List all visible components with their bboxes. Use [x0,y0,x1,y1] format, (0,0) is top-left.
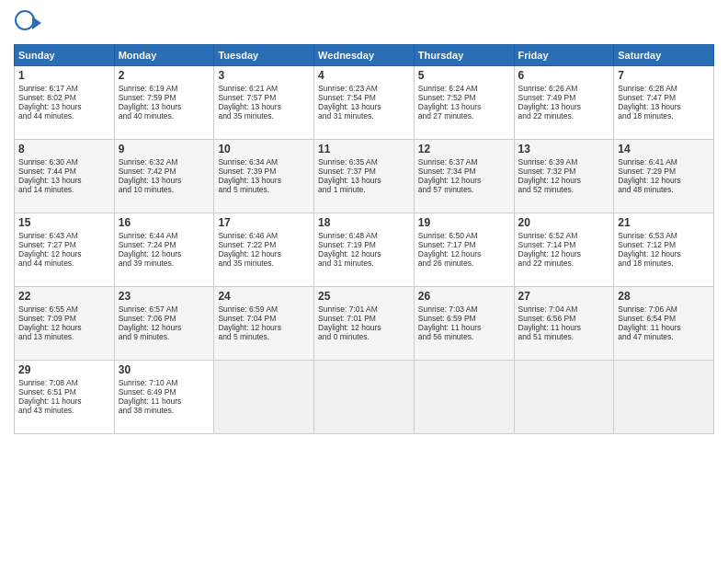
calendar-week-3: 15Sunrise: 6:43 AMSunset: 7:27 PMDayligh… [15,213,714,287]
day-info: Sunset: 7:52 PM [418,93,510,102]
day-info: Sunrise: 6:21 AM [218,84,310,93]
day-info: Daylight: 11 hours [618,323,710,332]
day-info: Daylight: 12 hours [18,249,110,259]
calendar-cell: 4Sunrise: 6:23 AMSunset: 7:54 PMDaylight… [314,66,415,140]
day-info: and 31 minutes. [318,111,410,121]
day-number: 23 [119,290,210,303]
day-info: Daylight: 11 hours [119,396,210,406]
calendar-cell: 15Sunrise: 6:43 AMSunset: 7:27 PMDayligh… [15,213,115,287]
day-info: Sunrise: 6:41 AM [618,157,710,167]
day-info: Sunset: 7:42 PM [119,167,210,176]
day-info: and 35 minutes. [218,259,310,268]
page: SundayMondayTuesdayWednesdayThursdayFrid… [0,0,728,563]
day-number: 13 [518,143,610,155]
calendar-cell: 29Sunrise: 7:08 AMSunset: 6:51 PMDayligh… [15,361,115,434]
day-info: Sunset: 7:39 PM [218,167,310,176]
day-info: Sunrise: 6:19 AM [119,84,210,93]
day-info: Daylight: 12 hours [218,249,310,259]
day-info: Sunrise: 6:17 AM [18,84,110,93]
day-info: Sunset: 7:17 PM [418,240,510,249]
calendar-cell: 12Sunrise: 6:37 AMSunset: 7:34 PMDayligh… [414,140,514,213]
day-info: Sunrise: 7:06 AM [618,304,710,314]
day-info: Sunrise: 6:30 AM [18,157,110,167]
day-info: Sunrise: 6:57 AM [119,304,210,314]
logo [14,9,44,37]
day-info: and 44 minutes. [18,259,110,268]
calendar-cell: 22Sunrise: 6:55 AMSunset: 7:09 PMDayligh… [15,287,115,361]
day-info: Daylight: 13 hours [218,176,310,185]
calendar-week-4: 22Sunrise: 6:55 AMSunset: 7:09 PMDayligh… [15,287,714,361]
calendar: SundayMondayTuesdayWednesdayThursdayFrid… [14,44,714,434]
calendar-cell [514,361,614,434]
day-info: Sunset: 7:32 PM [518,167,610,176]
day-info: Daylight: 12 hours [119,323,210,332]
day-info: Sunset: 7:44 PM [18,167,110,176]
day-info: Daylight: 12 hours [318,323,410,332]
day-info: Daylight: 13 hours [18,102,110,111]
day-header-saturday: Saturday [614,45,714,66]
day-header-thursday: Thursday [414,45,514,66]
day-info: Daylight: 12 hours [418,249,510,259]
calendar-cell: 20Sunrise: 6:52 AMSunset: 7:14 PMDayligh… [514,213,614,287]
day-info: Sunrise: 6:46 AM [218,231,310,240]
calendar-cell [414,361,514,434]
day-info: and 26 minutes. [418,259,510,268]
day-info: and 14 minutes. [18,185,110,194]
day-info: Sunset: 7:14 PM [518,240,610,249]
day-info: Daylight: 12 hours [218,323,310,332]
day-number: 22 [18,290,110,303]
day-number: 10 [218,143,310,155]
day-info: Sunset: 7:01 PM [318,314,410,323]
day-info: and 27 minutes. [418,111,510,121]
day-info: and 5 minutes. [218,185,310,194]
day-info: Sunrise: 6:44 AM [119,231,210,240]
day-info: and 43 minutes. [18,406,110,415]
calendar-cell: 2Sunrise: 6:19 AMSunset: 7:59 PMDaylight… [114,66,214,140]
calendar-cell: 24Sunrise: 6:59 AMSunset: 7:04 PMDayligh… [214,287,314,361]
calendar-week-5: 29Sunrise: 7:08 AMSunset: 6:51 PMDayligh… [15,361,714,434]
day-info: and 31 minutes. [318,259,410,268]
day-info: Sunset: 6:49 PM [119,387,210,396]
day-number: 25 [318,290,410,303]
day-number: 6 [518,69,610,82]
day-info: and 38 minutes. [119,406,210,415]
day-info: Sunset: 7:12 PM [618,240,710,249]
day-info: Sunset: 7:49 PM [518,93,610,102]
calendar-cell [314,361,415,434]
day-info: and 18 minutes. [618,111,710,121]
day-number: 15 [18,216,110,229]
calendar-cell: 19Sunrise: 6:50 AMSunset: 7:17 PMDayligh… [414,213,514,287]
day-number: 24 [218,290,310,303]
day-info: Daylight: 12 hours [119,249,210,259]
day-info: Sunrise: 6:53 AM [618,231,710,240]
day-info: Sunset: 7:09 PM [18,314,110,323]
day-info: Sunrise: 6:59 AM [218,304,310,314]
svg-marker-1 [32,17,41,29]
day-number: 20 [518,216,610,229]
calendar-cell: 23Sunrise: 6:57 AMSunset: 7:06 PMDayligh… [114,287,214,361]
day-info: Sunrise: 7:10 AM [119,378,210,387]
svg-point-0 [16,11,34,29]
day-info: Sunrise: 6:52 AM [518,231,610,240]
day-info: and 0 minutes. [318,332,410,341]
day-info: Sunset: 8:02 PM [18,93,110,102]
day-info: Sunset: 7:22 PM [218,240,310,249]
day-info: and 44 minutes. [18,111,110,121]
calendar-cell: 10Sunrise: 6:34 AMSunset: 7:39 PMDayligh… [214,140,314,213]
day-info: Daylight: 13 hours [318,102,410,111]
day-info: Daylight: 13 hours [418,102,510,111]
calendar-cell: 26Sunrise: 7:03 AMSunset: 6:59 PMDayligh… [414,287,514,361]
day-info: Daylight: 13 hours [119,102,210,111]
day-info: and 9 minutes. [119,332,210,341]
day-info: Sunset: 6:59 PM [418,314,510,323]
day-info: Sunset: 7:24 PM [119,240,210,249]
calendar-week-2: 8Sunrise: 6:30 AMSunset: 7:44 PMDaylight… [15,140,714,213]
calendar-cell: 17Sunrise: 6:46 AMSunset: 7:22 PMDayligh… [214,213,314,287]
day-info: Sunrise: 7:04 AM [518,304,610,314]
day-info: Daylight: 12 hours [518,176,610,185]
day-number: 21 [618,216,710,229]
calendar-cell: 3Sunrise: 6:21 AMSunset: 7:57 PMDaylight… [214,66,314,140]
day-info: and 57 minutes. [418,185,510,194]
day-info: and 13 minutes. [18,332,110,341]
day-info: Daylight: 11 hours [518,323,610,332]
